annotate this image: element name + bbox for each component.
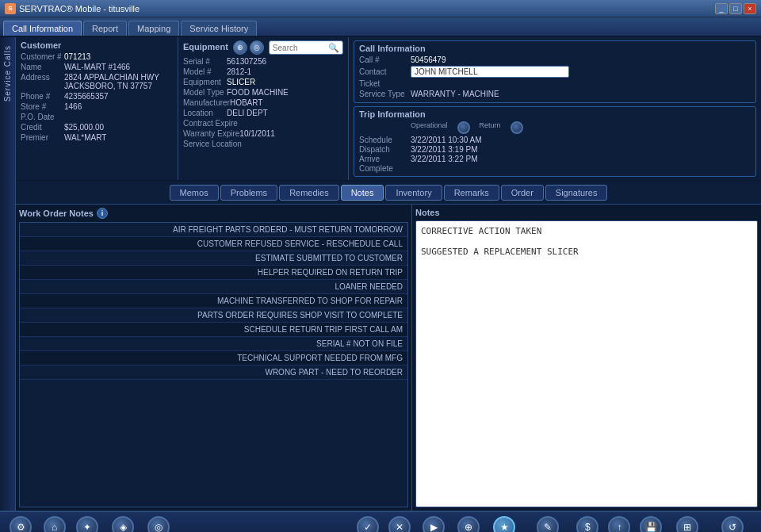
toolbar-dispatch[interactable]: ▶ Dispatch [420, 516, 448, 532]
customer-po-value [64, 113, 173, 121]
maximize-button[interactable]: □ [729, 3, 742, 14]
toolbar-service[interactable]: ✦ Service [75, 516, 99, 532]
toolbar-reject[interactable]: ✕ Reject [388, 516, 411, 532]
window-controls[interactable]: _ □ × [715, 3, 756, 14]
customer-address-label: Address [21, 73, 64, 90]
equip-icon-btn-2[interactable]: ◎ [250, 40, 264, 55]
customer-phone-value: 4235665357 [64, 92, 173, 101]
schedule-label: Schedule [359, 136, 411, 144]
notes-list-panel: Work Order Notes i AIR FREIGHT PARTS ORD… [16, 205, 412, 511]
equipment-search-input[interactable] [273, 44, 328, 52]
price-icon[interactable]: $ [576, 516, 598, 532]
sub-tab-order[interactable]: Order [501, 185, 544, 201]
equip-contract-value [238, 119, 343, 128]
toolbar-home[interactable]: ⌂ Home [44, 516, 66, 532]
new-wo-icon[interactable]: ⊞ [676, 516, 698, 532]
complete-icon[interactable]: ★ [493, 516, 515, 532]
equip-warranty-label: Warranty Expire [183, 129, 239, 138]
return-radio[interactable] [511, 121, 523, 134]
toolbar-other[interactable]: ◎ Other [147, 516, 170, 532]
customer-name-label: Name [21, 63, 64, 71]
equip-model-value: 2812-1 [227, 67, 343, 76]
toolbar-inventory[interactable]: ◈ Inventory [109, 516, 138, 532]
note-item-9[interactable]: TECHNICAL SUPPORT NEEDED FROM MFG [20, 351, 407, 366]
customer-title: Customer [21, 40, 173, 50]
note-item-10[interactable]: WRONG PART - NEED TO REORDER [20, 366, 407, 380]
sub-tab-memos[interactable]: Memos [170, 185, 219, 201]
toolbar-arrive[interactable]: ⊕ Arrive [457, 516, 480, 532]
operational-radio[interactable] [457, 121, 470, 134]
tab-service-history[interactable]: Service History [181, 21, 257, 36]
equip-equipment-label: Equipment [183, 78, 227, 86]
accept-icon[interactable]: ✓ [357, 516, 379, 532]
toolbar-new-wo[interactable]: ⊞ New W/O [671, 516, 702, 532]
equipment-title: Equipment [183, 42, 228, 52]
contact-input[interactable] [411, 66, 569, 78]
sidebar-label[interactable]: Service Calls [3, 45, 12, 101]
other-icon[interactable]: ◎ [147, 516, 170, 532]
toolbar-create-wo[interactable]: ✎ Create-W/O [529, 516, 567, 532]
equip-warranty-value: 10/1/2011 [239, 129, 343, 138]
equip-contract-label: Contract Expire [183, 119, 238, 128]
toolbar-accept[interactable]: ✓ Accept [357, 516, 379, 532]
toolbar-complete[interactable]: ★ Complete [489, 516, 520, 532]
sub-tab-remedies[interactable]: Remedies [279, 185, 339, 201]
toolbar-right-group: ✓ Accept ✕ Reject ▶ Dispatch ⊕ Arrive ★ … [357, 516, 753, 532]
sub-tab-signatures[interactable]: Signatures [545, 185, 608, 201]
customer-num-label: Customer # [21, 52, 64, 61]
note-item-2[interactable]: ESTIMATE SUBMITTED TO CUSTOMER [20, 251, 407, 266]
note-item-6[interactable]: PARTS ORDER REQUIRES SHOP VISIT TO COMPL… [20, 308, 407, 323]
inventory-icon[interactable]: ◈ [112, 516, 134, 532]
settings-icon[interactable]: ⚙ [10, 516, 32, 532]
equipment-search-box[interactable]: 🔍 [269, 40, 343, 55]
note-item-1[interactable]: CUSTOMER REFUSED SERVICE - RESCHEDULE CA… [20, 237, 407, 251]
sub-tab-inventory[interactable]: Inventory [385, 185, 442, 201]
note-item-8[interactable]: SERIAL # NOT ON FILE [20, 337, 407, 351]
notes-info-button[interactable]: i [97, 208, 108, 219]
submit-icon[interactable]: ↑ [608, 516, 630, 532]
customer-store-value: 1466 [64, 102, 173, 111]
customer-premier-value: WAL*MART [64, 133, 173, 142]
customer-store-label: Store # [21, 102, 64, 111]
customer-panel: Customer Customer # 071213 Name WAL-MART… [16, 37, 178, 180]
sub-tab-bar: Memos Problems Remedies Notes Inventory … [16, 182, 761, 205]
note-item-0[interactable]: AIR FREIGHT PARTS ORDERD - MUST RETURN T… [20, 223, 407, 237]
note-item-3[interactable]: HELPER REQUIRED ON RETURN TRIP [20, 266, 407, 280]
equipment-panel: Equipment ⊕ ◎ 🔍 Serial # 561307256 Model [178, 37, 349, 180]
equip-srvloc-label: Service Location [183, 140, 242, 148]
save-icon[interactable]: 💾 [640, 516, 662, 532]
notes-textarea[interactable]: CORRECTIVE ACTION TAKEN SUGGESTED A REPL… [415, 220, 758, 507]
tab-mapping[interactable]: Mapping [128, 21, 179, 36]
arrive-label: Arrive [359, 155, 411, 163]
toolbar-refresh-wo[interactable]: ↺ Refresh W/O [712, 516, 753, 532]
create-wo-icon[interactable]: ✎ [537, 516, 559, 532]
sub-tab-problems[interactable]: Problems [220, 185, 277, 201]
tab-report[interactable]: Report [83, 21, 127, 36]
equip-location-label: Location [183, 109, 227, 117]
home-icon[interactable]: ⌂ [44, 516, 66, 532]
toolbar-submit[interactable]: ↑ Submit [608, 516, 630, 532]
close-button[interactable]: × [744, 3, 756, 14]
refresh-wo-icon[interactable]: ↺ [721, 516, 744, 532]
note-item-5[interactable]: MACHINE TRANSFERRED TO SHOP FOR REPAIR [20, 294, 407, 308]
equip-icon-btn-1[interactable]: ⊕ [233, 40, 247, 55]
reject-icon[interactable]: ✕ [388, 516, 411, 532]
sub-tab-remarks[interactable]: Remarks [444, 185, 499, 201]
toolbar-settings[interactable]: ⚙ Settings [8, 516, 34, 532]
note-item-7[interactable]: SCHEDULE RETURN TRIP FIRST CALL AM [20, 323, 407, 337]
tab-call-information[interactable]: Call Information [3, 21, 82, 36]
operational-label: Operational [411, 121, 448, 134]
service-type-label: Service Type [359, 90, 411, 98]
call-info-title: Call Information [359, 44, 751, 53]
note-item-4[interactable]: LOANER NEEDED [20, 280, 407, 294]
toolbar-save[interactable]: 💾 Save [640, 516, 662, 532]
service-icon[interactable]: ✦ [76, 516, 98, 532]
customer-po-label: P.O. Date [21, 113, 64, 121]
sub-tab-notes[interactable]: Notes [341, 185, 384, 201]
dispatch-icon[interactable]: ▶ [423, 516, 445, 532]
arrive-icon[interactable]: ⊕ [457, 516, 480, 532]
customer-credit-label: Credit [21, 123, 64, 132]
toolbar-price[interactable]: $ Price [576, 516, 598, 532]
trip-info-title: Trip Information [359, 109, 751, 119]
minimize-button[interactable]: _ [715, 3, 728, 14]
